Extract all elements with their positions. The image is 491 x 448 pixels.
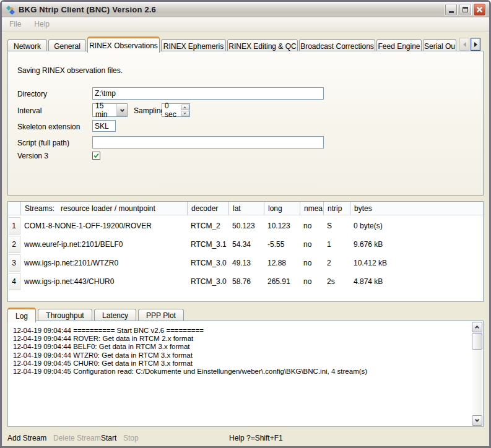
table-row[interactable]: 4 www.igs-ip.net:443/CHUR0 RTCM_3.0 58.7… [8,272,483,291]
scroll-up-button[interactable] [472,322,482,332]
titlebar[interactable]: BKG Ntrip Client (BNC) Version 2.6 [2,2,489,17]
table-row[interactable]: 1 COM1-8-NONE-1-OFF-19200/ROVER RTCM_2 5… [8,217,483,235]
cell-ntrip: 2 [323,259,350,267]
header-mountpoint: Streams: resource loader / mountpoint [20,202,187,215]
start-button[interactable]: Start [101,434,116,442]
tab-scroll-left-button[interactable] [459,38,469,51]
tab-label: RINEX Editing & QC [228,42,296,51]
cell-ntrip: 2s [323,277,350,286]
row-number[interactable]: 2 [9,236,20,253]
log-line: 12-04-19 09:04:44 ========== Start BNC v… [13,327,466,335]
cell-decoder: RTCM_3.0 [187,259,228,267]
spin-up-button[interactable] [181,105,189,110]
cell-nmea: no [300,277,323,286]
window-title: BKG Ntrip Client (BNC) Version 2.6 [19,5,156,14]
tab-label: RINEX Observations [89,41,158,50]
script-label: Script (full path) [17,139,69,147]
chevron-down-icon [119,107,124,111]
sampling-value: 0 sec [162,104,180,116]
minimize-icon [449,11,454,13]
chevron-up-icon [475,325,479,330]
chevron-up-icon [183,106,186,109]
streams-table: Streams: resource loader / mountpoint de… [7,201,484,302]
app-window: BKG Ntrip Client (BNC) Version 2.6 File … [0,0,491,448]
row-number[interactable]: 3 [9,254,20,272]
stop-button[interactable]: Stop [123,434,139,442]
log-line: 12-04-19 09:04:45 Configuration read: C:… [13,368,466,376]
log-line: 12-04-19 09:04:44 WTZR0: Get data in RTC… [13,351,466,360]
help-hint: Help ?=Shift+F1 [229,434,283,442]
app-icon [6,5,15,15]
tab-label: Broadcast Corrections [300,42,374,51]
tab-label: PPP Plot [146,311,176,320]
cell-lat: 58.76 [228,277,264,286]
directory-input[interactable] [92,87,324,100]
version3-checkbox[interactable] [92,152,100,160]
skeleton-extension-label: Skeleton extension [17,123,80,131]
window-body: BKG Ntrip Client (BNC) Version 2.6 File … [2,2,489,446]
tab-label: General [54,42,80,51]
header-nmea: nmea [300,202,323,215]
arrow-right-icon [474,42,477,47]
log-output: 12-04-19 09:04:44 ========== Start BNC v… [13,327,466,376]
menubar: File Help [2,17,489,32]
spin-down-button[interactable] [181,111,189,116]
tab-label: Throughput [46,311,84,320]
cell-mountpoint: www.euref-ip.net:2101/BELF0 [20,240,187,249]
panel-description: Saving RINEX observation files. [17,66,123,75]
cell-lat: 49.13 [228,259,264,267]
tab-ppp-plot[interactable]: PPP Plot [138,309,184,322]
menu-file[interactable]: File [4,18,27,30]
cell-bytes: 10.412 kB [350,259,387,267]
tab-label: Latency [102,311,128,320]
cell-long: 265.91 [264,277,300,286]
cell-nmea: no [300,222,323,230]
cell-nmea: no [300,259,323,267]
tab-label: Network [14,42,41,51]
tab-label: Log [15,312,28,321]
add-stream-button[interactable]: Add Stream [7,434,46,442]
bottom-bar: Add Stream Delete Stream Start Stop Help… [2,434,489,446]
table-row[interactable]: 2 www.euref-ip.net:2101/BELF0 RTCM_3.1 5… [8,235,483,254]
dropdown-arrow-button[interactable] [116,104,127,116]
cell-mountpoint: www.igs-ip.net:2101/WTZR0 [20,259,187,267]
main-tabbar: Network General RINEX Observations RINEX… [7,35,459,53]
log-scrollbar[interactable] [472,322,482,426]
cell-bytes: 0 byte(s) [350,222,383,230]
log-tabbar: Log Throughput Latency PPP Plot [7,306,317,322]
table-row[interactable]: 3 www.igs-ip.net:2101/WTZR0 RTCM_3.0 49.… [8,254,483,272]
maximize-icon [463,7,468,12]
minimize-button[interactable] [445,3,458,16]
tab-latency[interactable]: Latency [94,309,136,322]
script-input[interactable] [92,136,324,149]
close-icon [476,6,483,13]
cell-decoder: RTCM_2 [187,222,228,230]
delete-stream-button[interactable]: Delete Stream [53,434,101,442]
cell-mountpoint: www.igs-ip.net:443/CHUR0 [20,277,187,286]
sampling-spinner[interactable]: 0 sec [162,103,190,117]
row-number[interactable]: 4 [9,273,20,290]
menu-help[interactable]: Help [28,18,55,30]
cell-bytes: 9.676 kB [350,240,383,249]
skeleton-extension-input[interactable] [92,120,116,132]
maximize-button[interactable] [459,3,472,16]
scroll-down-button[interactable] [472,415,482,426]
header-lat: lat [228,202,264,215]
cell-long: 12.88 [264,259,300,267]
tab-label: RINEX Ephemeris [163,42,224,51]
tab-rinex-observations[interactable]: RINEX Observations [87,37,160,53]
header-row-number [8,202,20,215]
tab-label: Serial Ou [424,42,455,51]
header-decoder: decoder [187,202,228,215]
interval-dropdown[interactable]: 15 min [92,103,128,117]
cell-mountpoint: COM1-8-NONE-1-OFF-19200/ROVER [20,222,187,230]
tab-throughput[interactable]: Throughput [38,309,92,322]
close-button[interactable] [473,3,486,16]
log-line: 12-04-19 09:04:45 CHUR0: Get data in RTC… [13,360,466,368]
tab-log[interactable]: Log [7,308,36,322]
version3-label: Version 3 [17,152,48,160]
row-number[interactable]: 1 [9,217,20,235]
cell-long: 10.123 [264,222,300,230]
tab-scroll-right-button[interactable] [471,38,480,51]
scrollbar-thumb[interactable] [472,333,482,350]
